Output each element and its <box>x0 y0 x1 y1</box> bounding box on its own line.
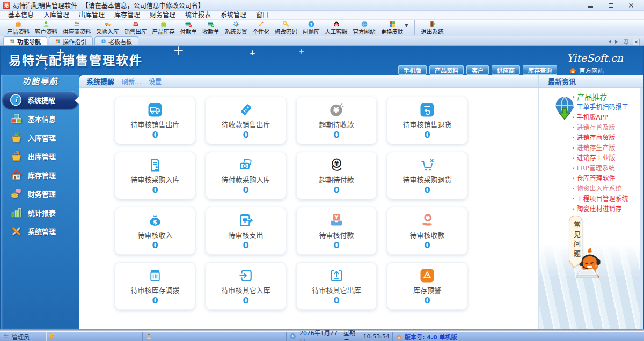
status-datetime-panel: 2026年1月27日 星期二 10:53:54 <box>287 332 393 341</box>
news-link[interactable]: ·陶瓷建材进销存 <box>572 204 628 214</box>
menu-item[interactable]: 入库管理 <box>39 11 74 19</box>
toolbar-button[interactable]: 官方网站 ▼ <box>350 20 378 35</box>
reminder-card[interactable]: 待审核销售退货 0 <box>387 97 467 144</box>
menu-item[interactable]: 出库管理 <box>74 11 109 19</box>
scroll-right-icon[interactable] <box>615 40 620 44</box>
reminder-card[interactable]: ¥ 超期待付款 0 <box>296 152 377 199</box>
toolbar-button[interactable]: 退出系统 ▼ <box>414 20 447 35</box>
reminder-card[interactable]: 库存预警 0 <box>387 262 467 310</box>
menu-item[interactable]: 统计报表 <box>180 11 216 19</box>
news-link[interactable]: ·手机版APP <box>572 113 628 123</box>
maximize-button[interactable] <box>605 2 617 9</box>
tab-nav-icon <box>10 39 15 44</box>
refresh-link[interactable]: 刷新… <box>122 77 141 86</box>
news-link[interactable]: ·产品推荐 <box>572 92 628 102</box>
penguin-icon <box>333 20 340 28</box>
settings-link[interactable]: 设置 <box>149 77 162 86</box>
scroll-left-icon[interactable] <box>606 40 611 44</box>
faq-bubble[interactable]: 常见问题 <box>569 216 582 265</box>
banner-quick-button[interactable]: 供应商 <box>492 65 520 75</box>
cart-x-icon <box>419 156 435 174</box>
news-link[interactable]: ·进销存普及版 <box>572 123 628 133</box>
sidebar-item[interactable]: 统计报表 <box>1 203 79 222</box>
svg-text:¥: ¥ <box>426 214 430 221</box>
toolbar-button[interactable]: 采购入库 ▼ <box>94 20 122 35</box>
status-service-panel <box>143 332 287 341</box>
dropdown-caret-icon[interactable]: ▼ <box>405 23 408 28</box>
toolbar-button[interactable]: 客户资料 ▼ <box>32 20 60 35</box>
workspace-tab[interactable]: 老板看板 <box>94 36 138 45</box>
reminder-card[interactable]: 待审核采购退货 0 <box>387 152 467 199</box>
sidebar-item[interactable]: 系统管理 <box>1 222 79 241</box>
reminder-card[interactable]: 待收款销售出库 0 <box>206 97 286 144</box>
reminder-card[interactable]: 待审核采购入库 0 <box>115 152 195 199</box>
reminder-card[interactable]: ¥ 待审核付款 0 <box>296 207 377 255</box>
news-link[interactable]: ·仓库管理软件 <box>572 174 628 184</box>
reminder-card[interactable]: 待审核其它入库 0 <box>206 262 286 310</box>
reminder-card[interactable]: 待付款采购入库 0 <box>206 152 286 199</box>
sidebar-item[interactable]: 出库管理 <box>1 147 79 166</box>
news-link[interactable]: ·进销存工业版 <box>572 153 628 164</box>
close-button[interactable] <box>625 2 637 9</box>
pin-down-icon[interactable] <box>624 39 629 45</box>
reminder-card[interactable]: 待审核其它出库 0 <box>296 262 377 310</box>
toolbar-button[interactable]: 个性化 ▼ <box>250 20 273 35</box>
reminder-card[interactable]: 待审核销售出库 0 <box>115 97 195 144</box>
toolbar-button[interactable]: 供应商资料 ▼ <box>60 20 94 35</box>
workspace-tab[interactable]: 操作指引 <box>49 36 93 45</box>
palette-icon <box>389 20 396 28</box>
reminder-card[interactable]: $ 待审核收入 0 <box>115 207 195 255</box>
banner-quick-button[interactable]: 手机版 <box>398 65 427 75</box>
menu-item[interactable]: 基本信息 <box>3 11 39 19</box>
sidebar-item[interactable]: 入库管理 <box>1 128 79 147</box>
toolbar-button[interactable]: 产品资料 ▼ <box>4 20 32 35</box>
minimize-button[interactable] <box>584 2 596 9</box>
reminder-card[interactable]: ¥ 待审核收款 0 <box>387 207 467 255</box>
hand-yen-icon: ¥ <box>419 211 435 229</box>
menu-item[interactable]: 财务管理 <box>145 11 180 19</box>
reminder-card[interactable]: ¥ 超期待收款 0 <box>296 97 377 144</box>
banner-quick-button[interactable]: 库存查询 <box>523 65 557 75</box>
menu-item[interactable]: 窗口 <box>251 11 274 19</box>
news-link[interactable]: ·工单手机扫码报工 <box>572 102 628 113</box>
yen-hand-icon: ¥ <box>328 156 345 174</box>
status-version-panel: 版本号: 4.0 单机版 <box>393 332 644 341</box>
workspace-tab[interactable]: 功能导航 <box>3 36 47 45</box>
toolbar-button[interactable]: 收款单 ▼ <box>200 20 222 35</box>
news-link[interactable]: ·工程项目管理系统 <box>572 194 628 204</box>
banner-quick-button[interactable]: 产品资料 <box>429 65 464 75</box>
sidebar-item[interactable]: 基本信息 <box>1 109 79 128</box>
toolbar-button[interactable]: 人工客服 ▼ <box>323 20 350 35</box>
banner-quick-button[interactable]: 客户 <box>466 65 489 75</box>
sidebar-item[interactable]: 库存管理 <box>1 166 79 184</box>
alert-icon <box>419 266 435 284</box>
sidebar-item[interactable]: i 系统提醒 <box>2 91 79 109</box>
title-bar: 易 易特汽配销售管理软件--【请在基本信息，公司信息中修改公司名】 <box>0 0 644 11</box>
window-title: 易特汽配销售管理软件--【请在基本信息，公司信息中修改公司名】 <box>13 1 204 10</box>
toolbar-button[interactable]: 修改密码 ▼ <box>272 20 300 35</box>
close-pane-icon[interactable] <box>633 39 640 45</box>
tab-board-icon <box>101 39 106 44</box>
news-link[interactable]: ·进销存商贸版 <box>572 133 628 143</box>
toolbar-button[interactable]: 销售出库 ▼ <box>122 20 150 35</box>
banner-buttons: 手机版产品资料客户供应商库存查询 <box>398 65 557 75</box>
reminder-card[interactable]: 待审核库存调拨 0 <box>115 262 195 310</box>
users-icon <box>3 333 10 340</box>
toolbar-button[interactable]: 付款单 ▼ <box>178 20 200 35</box>
news-link[interactable]: ·进销存生产版 <box>572 143 628 153</box>
official-site-link[interactable]: 官方网站 <box>569 66 604 75</box>
gear-icon <box>232 20 240 28</box>
reminder-card[interactable]: ¥ 待审核支出 0 <box>206 207 286 255</box>
news-link[interactable]: ·物资出入库系统 <box>572 184 628 194</box>
toolbar-button[interactable]: 更换皮肤 ▼ <box>378 20 406 35</box>
toolbar-button[interactable]: ? 问题库 ▼ <box>300 20 323 35</box>
toolbar-button[interactable]: 产品库存 ▼ <box>150 20 178 35</box>
menu-item[interactable]: 系统管理 <box>216 11 251 19</box>
menu-item[interactable]: 库存管理 <box>109 11 145 19</box>
status-weekday: 星期二 <box>343 328 360 341</box>
toolbar-button[interactable]: 系统设置 ▼ <box>222 20 250 35</box>
news-link[interactable]: ·ERP管理系统 <box>572 164 628 174</box>
card-minus-icon <box>185 20 192 28</box>
house-icon <box>10 168 23 182</box>
sidebar-item[interactable]: 财务管理 <box>1 184 79 203</box>
